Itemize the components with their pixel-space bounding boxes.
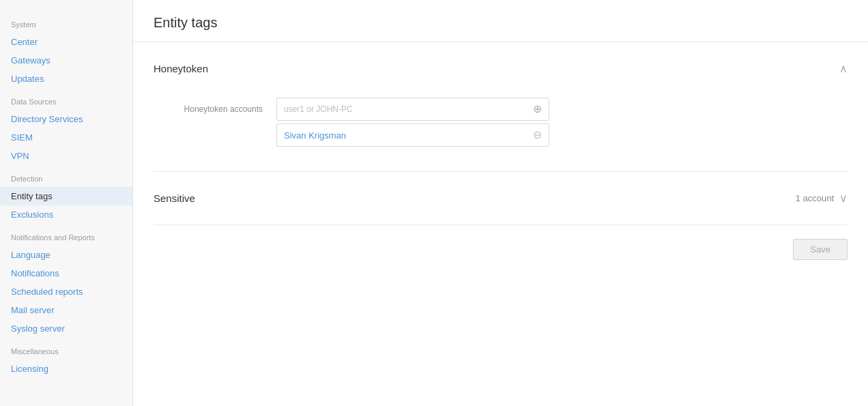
main-content: Entity tags Honeytoken∧Honeytoken accoun…: [133, 0, 868, 406]
input-list-0: user1 or JOHN-PC⊕Sivan Krigsman⊖: [276, 98, 549, 147]
section-honeytoken: Honeytoken∧Honeytoken accountsuser1 or J…: [154, 42, 848, 172]
section-header-sensitive[interactable]: Sensitive1 account∨: [154, 186, 848, 211]
add-icon[interactable]: ⊕: [533, 104, 542, 115]
section-meta-honeytoken: ∧: [839, 63, 848, 74]
section-sensitive: Sensitive1 account∨: [154, 172, 848, 225]
section-meta-text-sensitive: 1 account: [796, 193, 834, 203]
sidebar-item-directory-services[interactable]: Directory Services: [0, 110, 132, 128]
sidebar-item-mail-server[interactable]: Mail server: [0, 301, 132, 319]
sidebar-item-scheduled-reports[interactable]: Scheduled reports: [0, 282, 132, 301]
sidebar-item-syslog-server[interactable]: Syslog server: [0, 319, 132, 338]
sidebar-item-siem[interactable]: SIEM: [0, 128, 132, 147]
page-title: Entity tags: [154, 15, 848, 31]
section-header-honeytoken[interactable]: Honeytoken∧: [154, 56, 848, 81]
section-title-honeytoken: Honeytoken: [154, 63, 208, 74]
chevron-down-icon: ∨: [839, 193, 848, 204]
sidebar-section-label: System: [0, 11, 132, 33]
content-area: Honeytoken∧Honeytoken accountsuser1 or J…: [133, 42, 868, 267]
input-text-0-0: user1 or JOHN-PC: [284, 104, 353, 114]
section-content-honeytoken: Honeytoken accountsuser1 or JOHN-PC⊕Siva…: [154, 81, 848, 158]
input-row-0-1: Sivan Krigsman⊖: [276, 124, 549, 147]
sidebar-item-gateways[interactable]: Gateways: [0, 51, 132, 70]
input-text-0-1: Sivan Krigsman: [284, 130, 346, 141]
sidebar-item-updates[interactable]: Updates: [0, 70, 132, 88]
section-meta-sensitive: 1 account∨: [796, 193, 848, 204]
footer-area: Save: [154, 225, 848, 267]
sidebar-item-exclusions[interactable]: Exclusions: [0, 205, 132, 224]
sidebar-item-licensing[interactable]: Licensing: [0, 360, 132, 378]
page-header: Entity tags: [133, 0, 868, 42]
remove-icon[interactable]: ⊖: [533, 130, 542, 141]
sidebar-section-label: Detection: [0, 165, 132, 187]
input-row-0-0[interactable]: user1 or JOHN-PC⊕: [276, 98, 549, 121]
chevron-up-icon: ∧: [839, 63, 848, 74]
sidebar-item-language[interactable]: Language: [0, 246, 132, 264]
field-label-0: Honeytoken accounts: [154, 98, 263, 114]
sidebar-section-label: Notifications and Reports: [0, 224, 132, 246]
field-row-0: Honeytoken accountsuser1 or JOHN-PC⊕Siva…: [154, 92, 848, 152]
sidebar-section-label: Data Sources: [0, 88, 132, 110]
save-button[interactable]: Save: [793, 239, 848, 260]
sidebar-item-center[interactable]: Center: [0, 33, 132, 51]
sidebar: SystemCenterGatewaysUpdatesData SourcesD…: [0, 0, 133, 406]
sidebar-item-notifications[interactable]: Notifications: [0, 264, 132, 282]
section-title-sensitive: Sensitive: [154, 192, 195, 204]
sidebar-item-entity-tags[interactable]: Entity tags: [0, 187, 132, 205]
sidebar-item-vpn[interactable]: VPN: [0, 147, 132, 165]
sidebar-section-label: Miscellaneous: [0, 338, 132, 360]
